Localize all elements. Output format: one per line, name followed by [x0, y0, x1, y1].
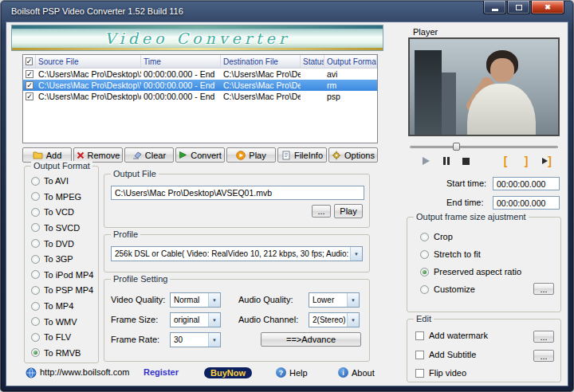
convert-arrow-icon	[179, 151, 187, 159]
radio-label: To RMVB	[44, 348, 81, 358]
seek-bar[interactable]	[408, 142, 560, 151]
table-row-selected[interactable]: C:\Users\Mac Pro\Desktop\V 00:00:00.000 …	[23, 80, 377, 91]
fileinfo-label: FileInfo	[294, 151, 323, 160]
cell-destination: C:\Users\Mac Pro\Desk	[221, 69, 301, 79]
radio-to-mpeg[interactable]: To MPEG	[31, 192, 96, 202]
window-title: Boilsoft PSP Video Converter 1.52 Build …	[11, 6, 183, 16]
website-link[interactable]: http://www.boilsoft.com	[40, 367, 130, 377]
select-all-checkbox[interactable]	[23, 55, 36, 68]
video-quality-select[interactable]: Normal ▼	[170, 292, 221, 308]
frame-rate-select[interactable]: 30 ▼	[170, 332, 221, 347]
frame-size-label: Frame Size:	[111, 312, 158, 327]
edit-title: Edit	[414, 314, 434, 323]
audio-channel-select[interactable]: 2(Stereo) ▼	[309, 312, 360, 327]
seek-track[interactable]	[410, 146, 558, 148]
row-checkbox[interactable]	[23, 70, 36, 78]
table-row[interactable]: C:\Users\Mac Pro\Desktop\c 00:00:00.000 …	[23, 91, 377, 102]
radio-label: To FLV	[44, 332, 71, 342]
subtitle-browse-button[interactable]: ...	[533, 350, 554, 362]
end-time-input[interactable]	[493, 196, 560, 210]
radio-crop[interactable]: Crop	[420, 232, 453, 241]
gear-icon	[332, 151, 341, 160]
pause-button[interactable]	[438, 154, 454, 168]
radio-icon	[31, 270, 40, 279]
pause-icon	[443, 157, 450, 165]
chevron-down-icon: ▼	[350, 247, 362, 261]
frame-rate-value: 30	[171, 335, 208, 344]
radio-to-ipod-mp4[interactable]: To iPod MP4	[31, 270, 96, 280]
close-icon: ✖	[545, 4, 551, 11]
chevron-down-icon: ▼	[208, 313, 220, 327]
radio-icon	[31, 255, 40, 264]
column-status[interactable]: Status	[301, 55, 324, 68]
fileinfo-button[interactable]: FileInfo	[277, 147, 327, 163]
radio-to-avi[interactable]: To AVI	[31, 176, 96, 186]
radio-label: To 3GP	[44, 254, 73, 264]
cell-format: psp	[324, 92, 377, 101]
maximize-button[interactable]	[507, 1, 530, 14]
customize-browse-button[interactable]: ...	[533, 283, 554, 295]
radio-customize[interactable]: Customize	[420, 284, 475, 294]
player-title: Player	[413, 27, 438, 37]
row-checkbox[interactable]	[23, 81, 36, 89]
frame-size-select[interactable]: original ▼	[170, 312, 221, 327]
radio-to-dvd[interactable]: To DVD	[31, 239, 96, 249]
about-label: About	[352, 368, 375, 378]
watermark-browse-button[interactable]: ...	[533, 331, 554, 343]
table-row[interactable]: C:\Users\Mac Pro\Desktop\S 00:00:00.000 …	[23, 69, 377, 80]
radio-to-flv[interactable]: To FLV	[31, 332, 96, 342]
cell-time: 00:00:00.000 - End	[141, 92, 221, 101]
column-source-file[interactable]: Source File	[36, 55, 141, 68]
chevron-down-icon: ▼	[347, 313, 359, 327]
register-link[interactable]: Register	[144, 367, 179, 377]
radio-to-mp4[interactable]: To MP4	[31, 301, 96, 311]
flip-video-checkbox[interactable]: Flip video	[415, 368, 466, 378]
start-time-input[interactable]	[493, 177, 560, 190]
options-button[interactable]: Options	[328, 147, 378, 163]
radio-to-svcd[interactable]: To SVCD	[31, 223, 96, 233]
mark-end-button[interactable]: ]	[518, 154, 534, 168]
help-icon: ?	[276, 367, 286, 378]
advance-button[interactable]: ==>Advance	[261, 332, 361, 347]
row-checkbox[interactable]	[23, 92, 36, 100]
output-file-input[interactable]	[111, 186, 364, 200]
output-file-play-button[interactable]: Play	[334, 204, 363, 218]
play-button[interactable]: Play	[226, 147, 276, 163]
stop-button[interactable]	[458, 154, 474, 168]
radio-stretch[interactable]: Stretch to fit	[420, 249, 481, 259]
bracket-close-icon: ]	[525, 155, 529, 167]
column-time[interactable]: Time	[141, 55, 221, 68]
clear-button[interactable]: Clear	[124, 147, 174, 163]
bracket-close-icon: ]	[548, 155, 552, 167]
audio-quality-select[interactable]: Lower ▼	[309, 292, 360, 308]
play-segment-button[interactable]: ]	[539, 154, 555, 168]
radio-to-psp-mp4[interactable]: To PSP MP4	[31, 285, 96, 295]
close-button[interactable]: ✖	[531, 1, 564, 14]
seek-thumb[interactable]	[453, 143, 460, 151]
radio-to-3gp[interactable]: To 3GP	[31, 254, 96, 264]
radio-to-wmv[interactable]: To WMV	[31, 317, 96, 327]
profile-select[interactable]: 256k DSL or Cable( Video: RealVideo 10, …	[111, 246, 363, 261]
radio-preserved-aspect[interactable]: Preserved aspect ratio	[420, 267, 521, 276]
column-output-format[interactable]: Output Format	[324, 55, 377, 68]
buynow-link[interactable]: BuyNow	[204, 367, 252, 378]
column-destination-file[interactable]: Destination File	[221, 55, 301, 68]
add-subtitle-checkbox[interactable]: Add Subtitle	[415, 350, 476, 359]
play-icon	[423, 157, 430, 165]
mark-start-button[interactable]: [	[497, 154, 513, 168]
checkbox-icon	[26, 70, 33, 78]
output-file-browse-button[interactable]: ...	[312, 205, 331, 218]
title-bar[interactable]: Boilsoft PSP Video Converter 1.52 Build …	[0, 0, 574, 22]
add-watermark-checkbox[interactable]: Add watermark	[415, 331, 488, 340]
file-list-header: Source File Time Destination File Status…	[23, 55, 377, 69]
convert-button[interactable]: Convert	[175, 147, 225, 163]
cell-format: avi	[324, 69, 377, 79]
play-preview-button[interactable]	[418, 154, 434, 168]
profile-setting-title: Profile Setting	[111, 274, 170, 284]
minimize-button[interactable]	[483, 1, 506, 14]
radio-to-rmvb[interactable]: To RMVB	[31, 348, 96, 358]
audio-channel-value: 2(Stereo)	[309, 316, 347, 324]
help-button[interactable]: ? Help	[276, 367, 308, 378]
radio-to-vcd[interactable]: To VCD	[31, 207, 96, 217]
about-button[interactable]: i About	[338, 367, 375, 378]
